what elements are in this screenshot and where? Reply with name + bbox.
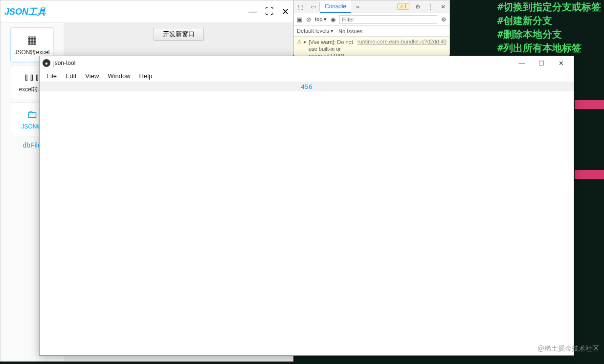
maximize-icon[interactable]: ☐ (532, 60, 551, 67)
bg-comment-line: #创建新分支 (497, 14, 601, 27)
bg-comment-line: #列出所有本地标签 (497, 41, 601, 55)
devtools-window: ⬚ ▭ Console » ⚠1 ⚙ ⋮ ✕ ▣ ⊘ top ▾ ◉ ⚙ Def… (293, 0, 450, 55)
levels-dropdown[interactable]: Default levels ▾ (297, 28, 334, 34)
devtools-toolbar: ▣ ⊘ top ▾ ◉ ⚙ (294, 13, 449, 26)
menubar: File Edit View Window Help (40, 70, 574, 82)
eye-icon[interactable]: ◉ (331, 16, 336, 23)
devtools-tabs: ⬚ ▭ Console » ⚠1 ⚙ ⋮ ✕ (294, 0, 449, 13)
bg-comment-line: #删除本地分支 (497, 27, 601, 41)
warn-badge[interactable]: ⚠1 (397, 3, 409, 10)
titlebar[interactable]: ● json-tool — ☐ ✕ (40, 56, 574, 70)
titlebar[interactable]: JSON工具 — ⛶ ✕ (0, 0, 293, 23)
context-dropdown[interactable]: top ▾ (315, 16, 327, 22)
minimize-icon[interactable]: — (512, 60, 532, 67)
window-title: json-tool (53, 60, 75, 66)
devtools-levels-row: Default levels ▾ No Issues (294, 26, 449, 37)
maximize-icon[interactable]: ⛶ (265, 6, 274, 17)
sidebar-toggle-icon[interactable]: ▣ (297, 16, 302, 23)
device-icon[interactable]: ▭ (307, 3, 319, 10)
watermark: @稀土掘金技术社区 (537, 344, 599, 353)
menu-edit[interactable]: Edit (62, 71, 80, 81)
kebab-icon[interactable]: ⋮ (424, 3, 437, 10)
inspect-icon[interactable]: ⬚ (294, 3, 307, 10)
bg-highlight (575, 100, 604, 109)
content-body (40, 91, 574, 355)
content-bar: 456 (40, 82, 574, 91)
bg-highlight (575, 170, 604, 179)
bars-icon: ⫾⫾⫾ (24, 71, 40, 84)
warn-icon: ⚠ (297, 39, 302, 45)
source-link[interactable]: runtime-core.esm-bundler.js?d2dd:40 (358, 39, 447, 44)
menu-help[interactable]: Help (135, 71, 157, 81)
gear-icon[interactable]: ⚙ (441, 16, 447, 23)
app-icon: ● (43, 59, 50, 67)
sidebar-link-dbfile[interactable]: dbFile (22, 141, 41, 149)
filter-input[interactable] (339, 15, 437, 24)
grid-icon: ▦ (27, 34, 37, 46)
menu-window[interactable]: Window (104, 71, 134, 81)
more-tabs-icon[interactable]: » (351, 3, 364, 10)
expand-icon[interactable]: ▸ (304, 39, 307, 45)
clear-icon[interactable]: ⊘ (306, 16, 311, 23)
minimize-icon[interactable]: — (248, 6, 257, 17)
close-icon[interactable]: ✕ (282, 6, 289, 17)
no-issues-label[interactable]: No Issues (338, 28, 362, 34)
sidebar-item-label: JSON转excel (14, 48, 49, 57)
close-icon[interactable]: ✕ (437, 3, 449, 10)
gear-icon[interactable]: ⚙ (411, 3, 424, 10)
tab-console[interactable]: Console (320, 0, 351, 13)
json-tool-front-window: ● json-tool — ☐ ✕ File Edit View Window … (39, 56, 574, 356)
open-new-window-button[interactable]: 开发新窗口 (154, 28, 204, 41)
menu-view[interactable]: View (81, 71, 103, 81)
folder-icon: 🗀 (27, 108, 38, 121)
close-icon[interactable]: ✕ (551, 60, 571, 67)
bg-comment-line: #切换到指定分支或标签 (497, 0, 601, 14)
app-title: JSON工具 (4, 6, 46, 18)
menu-file[interactable]: File (43, 71, 61, 81)
